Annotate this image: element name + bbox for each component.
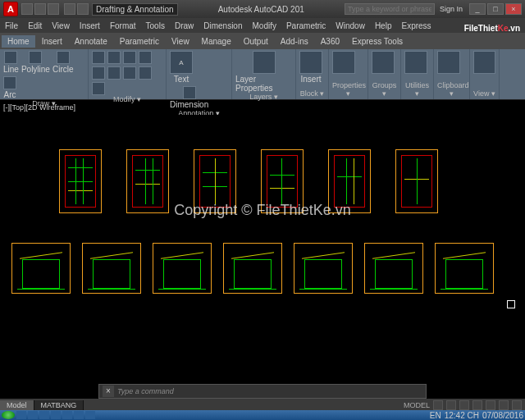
menu-tools[interactable]: Tools — [146, 21, 165, 30]
text-button[interactable]: AText — [170, 51, 193, 84]
tab-matbang[interactable]: MATBANG — [34, 400, 84, 410]
watermark-logo: FileThietKe.vn — [464, 21, 520, 34]
tab-a360[interactable]: A360 — [315, 35, 345, 48]
command-line[interactable]: × Type a command — [98, 384, 427, 399]
circle-button[interactable]: Circle — [52, 51, 74, 74]
ribbon-group-utilities: Utilities ▾ — [401, 49, 434, 99]
tab-home[interactable]: Home — [2, 35, 35, 48]
tab-insert[interactable]: Insert — [36, 35, 68, 48]
lineweight-icon[interactable] — [499, 400, 509, 410]
command-prompt: Type a command — [117, 387, 174, 395]
polar-icon[interactable] — [472, 400, 482, 410]
tab-manage[interactable]: Manage — [196, 35, 237, 48]
clock-time[interactable]: 12:42 CH — [445, 411, 479, 420]
stretch-icon[interactable] — [123, 66, 136, 80]
snap-icon[interactable] — [446, 400, 456, 410]
minimize-button[interactable]: _ — [469, 3, 486, 15]
taskbar-pin-3[interactable] — [39, 411, 49, 419]
tab-express[interactable]: Express Tools — [346, 35, 409, 48]
ortho-icon[interactable] — [459, 400, 469, 410]
floorplan-2 — [126, 149, 169, 213]
taskbar-pin-7[interactable] — [85, 411, 95, 419]
menu-insert[interactable]: Insert — [80, 21, 100, 30]
menu-file[interactable]: File — [5, 21, 18, 30]
tab-model[interactable]: Model — [0, 400, 34, 410]
crosshair-cursor — [507, 300, 515, 308]
taskbar-pin-6[interactable] — [74, 411, 84, 419]
help-search-input[interactable] — [345, 3, 435, 15]
group-title: Modify ▾ — [92, 95, 162, 103]
menu-parametric[interactable]: Parametric — [286, 21, 326, 30]
rotate-icon[interactable] — [107, 51, 121, 64]
insert-button[interactable]: Insert — [299, 51, 322, 84]
arc-button[interactable]: Arc — [3, 76, 16, 99]
clipboard-button[interactable] — [437, 51, 460, 74]
floorplan-6 — [395, 149, 438, 213]
settings-icon[interactable] — [512, 400, 522, 410]
menu-modify[interactable]: Modify — [253, 21, 276, 30]
tab-annotate[interactable]: Annotate — [69, 35, 113, 48]
maximize-button[interactable]: □ — [487, 3, 504, 15]
osnap-icon[interactable] — [486, 400, 495, 410]
undo-icon[interactable] — [64, 3, 75, 15]
tab-addins[interactable]: Add-ins — [275, 35, 314, 48]
app-menu-icon[interactable]: A — [3, 2, 18, 16]
lang-indicator[interactable]: EN — [430, 411, 441, 420]
copy-icon[interactable] — [139, 51, 152, 64]
taskbar-pin-2[interactable] — [28, 411, 38, 419]
floorplan-3 — [194, 149, 236, 213]
new-icon[interactable] — [21, 3, 33, 15]
polyline-button[interactable]: Polyline — [21, 51, 50, 74]
tab-parametric[interactable]: Parametric — [114, 35, 165, 48]
ribbon-group-properties: Properties ▾ — [329, 49, 368, 99]
taskbar-pin-5[interactable] — [62, 411, 72, 419]
move-icon[interactable] — [92, 51, 105, 64]
scale-icon[interactable] — [139, 66, 152, 80]
taskbar-pin-4[interactable] — [51, 411, 61, 419]
groups-button[interactable] — [372, 51, 395, 74]
menu-dimension[interactable]: Dimension — [203, 21, 242, 30]
menu-window[interactable]: Window — [336, 21, 365, 30]
utilities-button[interactable] — [404, 51, 427, 74]
mirror-icon[interactable] — [92, 66, 105, 80]
close-button[interactable]: × — [505, 3, 522, 15]
tab-view[interactable]: View — [166, 35, 195, 48]
properties-button[interactable] — [332, 51, 355, 74]
titlebar: A Drafting & Annotation Autodesk AutoCAD… — [0, 0, 525, 18]
taskbar-pin-1[interactable] — [16, 411, 26, 419]
model-space-label[interactable]: MODEL — [404, 401, 430, 409]
group-title: Layers ▾ — [235, 93, 292, 101]
elevation-2 — [82, 243, 141, 294]
view-button[interactable] — [473, 51, 495, 74]
line-button[interactable]: Line — [3, 51, 19, 74]
layer-properties-button[interactable]: Layer Properties — [235, 51, 292, 93]
array-icon[interactable] — [92, 82, 105, 95]
command-close-icon[interactable]: × — [103, 386, 114, 397]
viewport-label[interactable]: [-][Top][2D Wireframe] — [3, 103, 75, 112]
grid-icon[interactable] — [433, 400, 443, 410]
ribbon-tabs: Home Insert Annotate Parametric View Man… — [0, 33, 525, 49]
group-title: Properties ▾ — [332, 81, 364, 98]
elevation-3 — [153, 243, 212, 294]
fillet-icon[interactable] — [107, 66, 121, 80]
floorplan-5 — [328, 149, 371, 213]
save-icon[interactable] — [48, 3, 59, 15]
dimension-button[interactable]: Dimension — [170, 86, 208, 109]
signin-link[interactable]: Sign In — [440, 5, 463, 13]
drawing-canvas[interactable] — [0, 115, 525, 384]
redo-icon[interactable] — [77, 3, 89, 15]
menu-help[interactable]: Help — [375, 21, 392, 30]
menu-format[interactable]: Format — [110, 21, 136, 30]
start-button[interactable] — [2, 411, 15, 419]
menu-express[interactable]: Express — [401, 21, 431, 30]
open-icon[interactable] — [34, 3, 46, 15]
ribbon-group-view: View ▾ — [470, 49, 500, 99]
elevation-5 — [294, 243, 353, 294]
menu-edit[interactable]: Edit — [28, 21, 42, 30]
workspace-switcher[interactable]: Drafting & Annotation — [92, 3, 178, 16]
menu-draw[interactable]: Draw — [175, 21, 194, 30]
trim-icon[interactable] — [123, 51, 136, 64]
tab-output[interactable]: Output — [238, 35, 274, 48]
ribbon-group-annotation: AText Dimension Annotation ▾ — [167, 49, 232, 99]
menu-view[interactable]: View — [52, 21, 70, 30]
